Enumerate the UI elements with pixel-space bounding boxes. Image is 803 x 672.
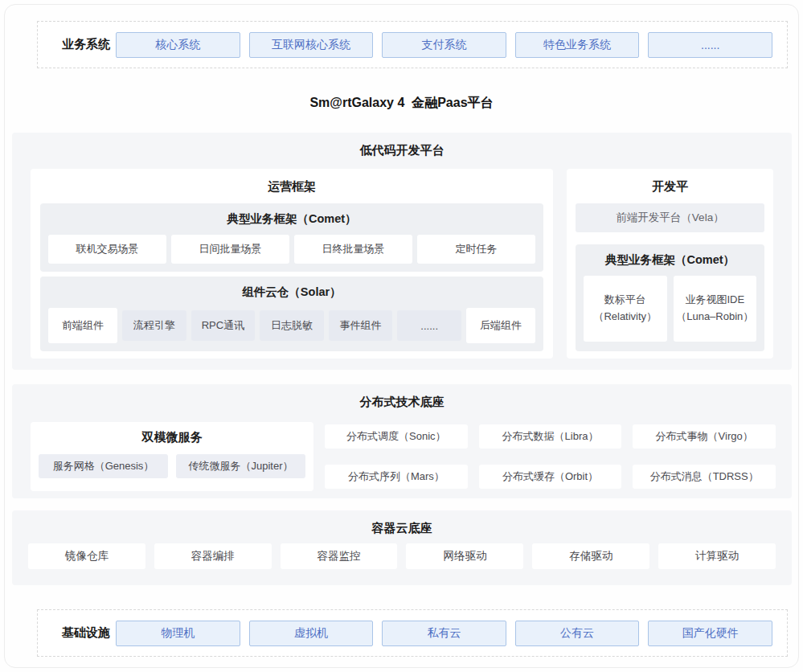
block-scheduled-task: 定时任务 <box>417 235 535 264</box>
block-backend-components: 后端组件 <box>466 308 535 343</box>
block-label-line2: （Relativity） <box>593 309 657 326</box>
dev-platform-title: 开发平 <box>576 169 764 203</box>
block-container-monitoring: 容器监控 <box>281 543 398 569</box>
lowcode-platform-section: 低代码开发平台 运营框架 典型业务框架（Comet） 联机交易场景 日间批量场景… <box>12 133 792 370</box>
block-frontend-dev-platform-vela: 前端开发平台（Vela） <box>576 203 764 232</box>
distributed-base-title: 分布式技术底座 <box>12 384 792 410</box>
block-distributed-transaction-virgo: 分布式事物（Virgo） <box>633 424 776 449</box>
biz-block-payment-system: 支付系统 <box>382 32 506 58</box>
typical-business-framework-box: 典型业务框架（Comet） 联机交易场景 日间批量场景 日终批量场景 定时任务 <box>40 203 543 272</box>
block-distributed-sequence-mars: 分布式序列（Mars） <box>325 465 468 489</box>
typical-business-framework-title: 典型业务框架（Comet） <box>48 209 535 235</box>
chip-rpc-communication: RPC通讯 <box>191 310 256 341</box>
block-storage-driver: 存储驱动 <box>532 543 649 569</box>
typical-business-framework-row: 联机交易场景 日间批量场景 日终批量场景 定时任务 <box>48 235 535 264</box>
block-distributed-messaging-tdrss: 分布式消息（TDRSS） <box>633 465 776 489</box>
block-online-transaction-scene: 联机交易场景 <box>48 235 166 264</box>
dev-typical-business-framework-title: 典型业务框架（Comet） <box>584 250 756 276</box>
block-compute-driver: 计算驱动 <box>658 543 776 569</box>
dev-typical-business-framework-box: 典型业务框架（Comet） 数标平台 （Relativity） 业务视图IDE … <box>576 244 764 351</box>
biz-block-core-system: 核心系统 <box>116 32 240 58</box>
dual-mode-microservices-row: 服务网格（Genesis） 传统微服务（Jupiter） <box>39 454 305 478</box>
operation-framework-title: 运营框架 <box>40 169 543 203</box>
dev-platform-box: 开发平 前端开发平台（Vela） 典型业务框架（Comet） 数标平台 （Rel… <box>567 169 773 359</box>
distributed-base-body: 双模微服务 服务网格（Genesis） 传统微服务（Jupiter） 分布式调度… <box>12 410 792 491</box>
infrastructure-strip: 物理机 虚拟机 私有云 公有云 国产化硬件 <box>116 621 787 646</box>
business-systems-row: 业务系统 核心系统 互联网核心系统 支付系统 特色业务系统 ...... <box>37 21 788 68</box>
block-image-registry: 镜像仓库 <box>28 543 145 569</box>
distributed-base-section: 分布式技术底座 双模微服务 服务网格（Genesis） 传统微服务（Jupite… <box>12 384 792 498</box>
component-cloud-box: 组件云仓（Solar） 前端组件 流程引擎 RPC通讯 日志脱敏 事件组件 ..… <box>40 277 543 351</box>
container-base-section: 容器云底座 镜像仓库 容器编排 容器监控 网络驱动 存储驱动 计算驱动 <box>12 510 792 585</box>
page-title: Sm@rtGalaxy 4 金融Paas平台 <box>0 95 803 112</box>
infra-block-private-cloud: 私有云 <box>382 621 506 646</box>
biz-block-ellipsis: ...... <box>648 32 772 58</box>
block-daytime-batch-scene: 日间批量场景 <box>171 235 289 264</box>
business-systems-label: 业务系统 <box>38 37 116 52</box>
chip-log-masking: 日志脱敏 <box>260 310 324 341</box>
chip-service-mesh-genesis: 服务网格（Genesis） <box>39 454 168 478</box>
chip-process-engine: 流程引擎 <box>122 310 186 341</box>
operation-framework-box: 运营框架 典型业务框架（Comet） 联机交易场景 日间批量场景 日终批量场景 … <box>31 169 553 359</box>
block-distributed-scheduling-sonic: 分布式调度（Sonic） <box>325 424 468 449</box>
dev-typical-business-framework-row: 数标平台 （Relativity） 业务视图IDE （Luna–Robin） <box>584 276 756 343</box>
block-distributed-cache-orbit: 分布式缓存（Orbit） <box>479 465 622 489</box>
infra-block-domestic-hardware: 国产化硬件 <box>648 621 772 646</box>
architecture-diagram: 业务系统 核心系统 互联网核心系统 支付系统 特色业务系统 ...... Sm@… <box>0 0 803 672</box>
block-label-line1: 业务视图IDE <box>685 292 744 309</box>
infrastructure-label: 基础设施 <box>38 625 116 641</box>
block-label-line2: （Luna–Robin） <box>676 309 753 326</box>
dual-mode-microservices-box: 双模微服务 服务网格（Genesis） 传统微服务（Jupiter） <box>31 422 313 491</box>
block-distributed-data-libra: 分布式数据（Libra） <box>479 424 622 449</box>
chip-traditional-microservices-jupiter: 传统微服务（Jupiter） <box>176 454 305 478</box>
block-business-view-ide-luna-robin: 业务视图IDE （Luna–Robin） <box>674 276 757 342</box>
biz-block-internet-core-system: 互联网核心系统 <box>249 32 374 58</box>
block-network-driver: 网络驱动 <box>406 543 523 569</box>
container-base-row: 镜像仓库 容器编排 容器监控 网络驱动 存储驱动 计算驱动 <box>12 543 792 569</box>
distributed-services-grid: 分布式调度（Sonic） 分布式数据（Libra） 分布式事物（Virgo） 分… <box>325 424 776 489</box>
block-label-line1: 数标平台 <box>604 292 646 309</box>
business-systems-strip: 核心系统 互联网核心系统 支付系统 特色业务系统 ...... <box>116 32 787 58</box>
chip-event-components: 事件组件 <box>329 310 393 341</box>
block-frontend-components: 前端组件 <box>48 308 117 343</box>
block-container-orchestration: 容器编排 <box>154 543 272 569</box>
infra-block-virtual-machine: 虚拟机 <box>249 621 374 646</box>
biz-block-special-business-system: 特色业务系统 <box>515 32 640 58</box>
infra-block-physical-machine: 物理机 <box>116 621 240 646</box>
component-cloud-row: 前端组件 流程引擎 RPC通讯 日志脱敏 事件组件 ...... 后端组件 <box>48 308 535 343</box>
lowcode-platform-body: 运营框架 典型业务框架（Comet） 联机交易场景 日间批量场景 日终批量场景 … <box>12 158 792 359</box>
block-day-end-batch-scene: 日终批量场景 <box>294 235 412 264</box>
chip-ellipsis: ...... <box>397 310 461 341</box>
container-base-title: 容器云底座 <box>12 510 792 536</box>
component-cloud-title: 组件云仓（Solar） <box>48 282 535 308</box>
block-data-standard-platform-relativity: 数标平台 （Relativity） <box>584 276 667 342</box>
infra-block-public-cloud: 公有云 <box>515 621 640 646</box>
lowcode-platform-title: 低代码开发平台 <box>12 133 792 158</box>
dual-mode-microservices-title: 双模微服务 <box>39 422 305 454</box>
infrastructure-row: 基础设施 物理机 虚拟机 私有云 公有云 国产化硬件 <box>37 609 788 657</box>
